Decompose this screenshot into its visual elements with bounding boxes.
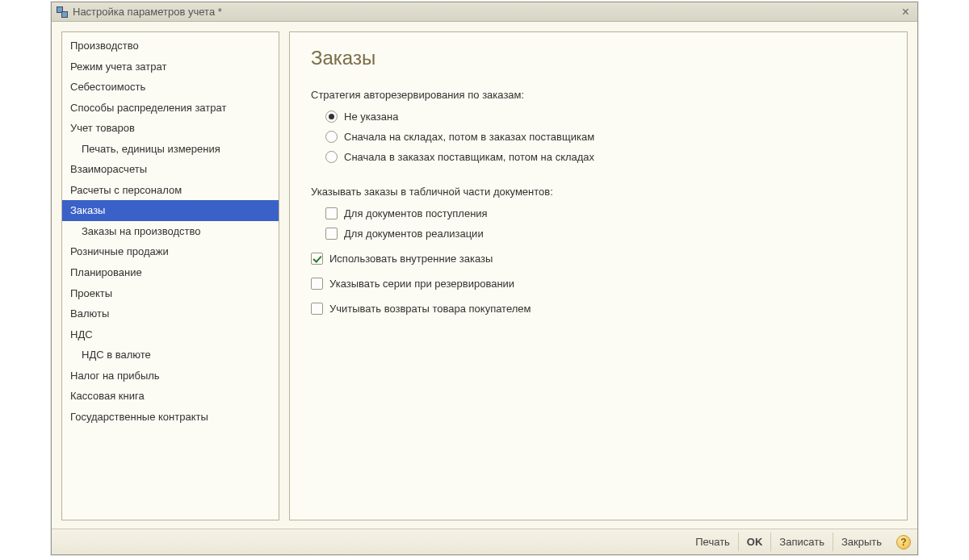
- close-button[interactable]: Закрыть: [833, 533, 890, 551]
- checkbox-icon[interactable]: [325, 207, 338, 219]
- checkbox-label: Для документов реализации: [344, 228, 484, 240]
- sidebar-item[interactable]: Расчеты с персоналом: [62, 180, 279, 201]
- sidebar-item-label: Себестоимость: [70, 81, 145, 93]
- sidebar-item-label: Налог на прибыль: [70, 370, 160, 382]
- radio-label: Сначала на складах, потом в заказах пост…: [344, 131, 594, 143]
- radio-icon[interactable]: [325, 131, 338, 143]
- sidebar-item-label: Государственные контракты: [70, 411, 208, 423]
- sidebar-item[interactable]: Себестоимость: [62, 77, 279, 98]
- standalone-check-row[interactable]: Использовать внутренние заказы: [311, 253, 886, 265]
- checkbox-label: Для документов поступления: [344, 207, 488, 219]
- footer: Печать OK Записать Закрыть ?: [52, 529, 917, 554]
- checkbox-icon[interactable]: [311, 303, 323, 315]
- checkbox-label: Использовать внутренние заказы: [329, 253, 493, 265]
- sidebar-item-label: Розничные продажи: [70, 245, 169, 257]
- sidebar-item-label: Кассовая книга: [70, 390, 145, 402]
- sidebar-item-label: НДС: [70, 328, 93, 341]
- sidebar-item[interactable]: Печать, единицы измерения: [62, 139, 279, 160]
- main-panel: Заказы Стратегия авторезервирования по з…: [289, 31, 908, 520]
- sidebar-item[interactable]: Способы распределения затрат: [62, 98, 279, 119]
- page-title: Заказы: [311, 47, 886, 69]
- titlebar: Настройка параметров учета * ×: [52, 2, 917, 22]
- tabular-group-label: Указывать заказы в табличной части докум…: [311, 186, 886, 198]
- sidebar-item[interactable]: Валюты: [62, 303, 279, 324]
- sidebar-item[interactable]: Розничные продажи: [62, 241, 279, 262]
- tabular-check-row[interactable]: Для документов реализации: [325, 228, 886, 240]
- help-icon[interactable]: ?: [896, 535, 911, 550]
- radio-icon[interactable]: [325, 151, 338, 163]
- checkbox-label: Учитывать возвраты товара покупателем: [329, 303, 531, 315]
- settings-window: Настройка параметров учета * × Производс…: [51, 2, 918, 555]
- sidebar-item-label: Режим учета затрат: [70, 61, 166, 73]
- close-icon[interactable]: ×: [899, 6, 912, 19]
- sidebar-item[interactable]: Производство: [62, 36, 279, 56]
- tabular-check-row[interactable]: Для документов поступления: [325, 207, 886, 219]
- write-button[interactable]: Записать: [770, 533, 833, 551]
- sidebar-item[interactable]: Учет товаров: [62, 118, 279, 139]
- radio-icon[interactable]: [325, 111, 338, 123]
- sidebar: ПроизводствоРежим учета затратСебестоимо…: [61, 31, 279, 520]
- sidebar-item-label: НДС в валюте: [82, 349, 151, 361]
- sidebar-item-label: Взаиморасчеты: [70, 163, 147, 175]
- sidebar-item-label: Проекты: [70, 287, 112, 299]
- print-button[interactable]: Печать: [687, 533, 738, 551]
- strategy-radio-row[interactable]: Не указана: [325, 111, 886, 123]
- checkbox-icon[interactable]: [311, 253, 323, 265]
- sidebar-item[interactable]: Планирование: [62, 262, 279, 283]
- sidebar-item[interactable]: Взаиморасчеты: [62, 159, 279, 180]
- sidebar-item-label: Печать, единицы измерения: [82, 143, 220, 155]
- strategy-radio-row[interactable]: Сначала в заказах поставщикам, потом на …: [325, 151, 886, 163]
- sidebar-item[interactable]: Кассовая книга: [62, 386, 279, 407]
- radio-label: Сначала в заказах поставщикам, потом на …: [344, 151, 594, 163]
- sidebar-item[interactable]: Заказы на производство: [62, 221, 279, 242]
- strategy-radio-row[interactable]: Сначала на складах, потом в заказах пост…: [325, 131, 886, 143]
- standalone-check-row[interactable]: Указывать серии при резервировании: [311, 278, 886, 290]
- sidebar-item-label: Учет товаров: [70, 122, 135, 134]
- standalone-check-row[interactable]: Учитывать возвраты товара покупателем: [311, 303, 886, 315]
- sidebar-item-label: Валюты: [70, 307, 109, 320]
- sidebar-item[interactable]: Проекты: [62, 283, 279, 304]
- sidebar-item[interactable]: НДС: [62, 324, 279, 345]
- window-title: Настройка параметров учета *: [73, 6, 899, 18]
- checkbox-label: Указывать серии при резервировании: [329, 278, 514, 290]
- sidebar-item[interactable]: Налог на прибыль: [62, 366, 279, 387]
- sidebar-item-label: Заказы: [70, 204, 105, 216]
- app-icon: [57, 6, 68, 18]
- sidebar-item[interactable]: НДС в валюте: [62, 345, 279, 366]
- sidebar-item-label: Планирование: [70, 266, 142, 278]
- sidebar-item-label: Способы распределения затрат: [70, 102, 226, 114]
- sidebar-item-label: Расчеты с персоналом: [70, 184, 182, 196]
- ok-button[interactable]: OK: [738, 533, 771, 551]
- strategy-group-label: Стратегия авторезервирования по заказам:: [311, 89, 886, 101]
- content-area: ПроизводствоРежим учета затратСебестоимо…: [61, 31, 908, 520]
- checkbox-icon[interactable]: [311, 278, 323, 290]
- sidebar-item-label: Заказы на производство: [82, 225, 201, 237]
- sidebar-item[interactable]: Государственные контракты: [62, 407, 279, 428]
- sidebar-item[interactable]: Заказы: [62, 200, 279, 221]
- sidebar-item[interactable]: Режим учета затрат: [62, 56, 279, 77]
- radio-label: Не указана: [344, 111, 398, 123]
- sidebar-item-label: Производство: [70, 40, 139, 52]
- checkbox-icon[interactable]: [325, 228, 338, 240]
